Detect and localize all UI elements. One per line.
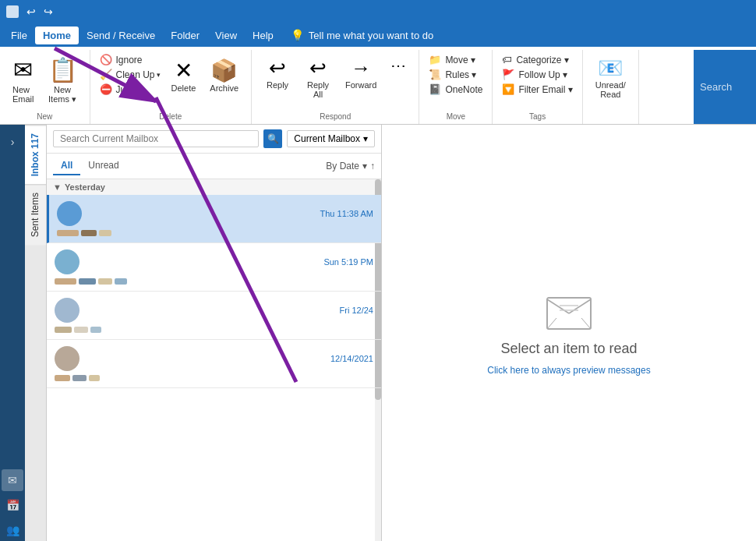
junk-button[interactable]: ⛔ Junk ▾ (97, 83, 164, 96)
sort-controls[interactable]: By Date ▾ ↑ (326, 161, 375, 171)
new-items-button[interactable]: 📋 NewItems ▾ (42, 53, 83, 108)
sort-caret: ▾ (362, 161, 367, 171)
email-item-1-top: Thu 11:38 AM (57, 201, 373, 226)
cleanup-icon: 🧹 (100, 69, 112, 80)
forward-label: Forward (345, 80, 376, 90)
color-bar-3-2 (74, 327, 88, 333)
ribbon-group-delete-content: 🚫 Ignore 🧹 Clean Up ▾ ⛔ Junk ▾ ✕ Delete (95, 50, 247, 111)
follow-up-icon: 🚩 (502, 69, 514, 80)
lightbulb-icon: 💡 (291, 29, 304, 41)
mailbox-dropdown[interactable]: Current Mailbox ▾ (287, 130, 375, 147)
menu-send-receive[interactable]: Send / Receive (79, 27, 163, 44)
email-list-panel: 🔍 Current Mailbox ▾ All Unread By Date ▾… (47, 125, 382, 541)
envelope-icon (546, 296, 592, 331)
filter-tab-unread[interactable]: Unread (80, 157, 126, 175)
rules-button[interactable]: 📜 Rules ▾ (426, 68, 486, 81)
junk-icon: ⛔ (100, 83, 112, 95)
move-icon: 📁 (429, 54, 441, 65)
email-search-button[interactable]: 🔍 (263, 129, 282, 148)
ribbon-group-respond-label: Respond (256, 111, 414, 124)
email-avatar-2 (55, 249, 79, 274)
nav-tab-sent[interactable]: Sent Items (25, 184, 46, 245)
ribbon-group-delete-label: Delete (95, 111, 247, 124)
sort-direction: ↑ (370, 161, 375, 171)
junk-caret: ▾ (137, 86, 141, 94)
mailbox-caret: ▾ (363, 133, 368, 144)
follow-up-label: Follow Up ▾ (518, 69, 567, 80)
nav-tabs-vertical: Inbox 117 Sent Items (25, 125, 47, 541)
menu-folder[interactable]: Folder (163, 27, 207, 44)
menu-view[interactable]: View (207, 27, 245, 44)
ignore-button[interactable]: 🚫 Ignore (97, 53, 164, 66)
ribbon-search-input[interactable] (700, 81, 747, 93)
sidebar-expand-btn[interactable]: › (2, 131, 23, 153)
ribbon-group-tags-content: 🏷 Categorize ▾ 🚩 Follow Up ▾ 🔽 Filter Em… (497, 50, 577, 111)
email-list-scroll[interactable]: ▼ Yesterday Thu 11:38 AM (47, 179, 381, 541)
move-button[interactable]: 📁 Move ▾ (426, 53, 486, 66)
reading-pane: Select an item to read Click here to alw… (382, 125, 756, 541)
reply-all-button[interactable]: ↩ ReplyAll (299, 53, 337, 102)
ignore-icon: 🚫 (100, 54, 112, 65)
delete-button[interactable]: ✕ Delete (165, 53, 203, 96)
new-email-button[interactable]: ✉ NewEmail (6, 53, 41, 107)
undo-btn[interactable]: ↩ (26, 5, 36, 18)
menu-help[interactable]: Help (245, 27, 281, 44)
ignore-label: Ignore (116, 55, 143, 65)
main-layout: › ✉ 📅 👥 Inbox 117 Sent Items 🔍 Current M… (0, 125, 756, 541)
onenote-button[interactable]: 📓 OneNote (426, 83, 486, 96)
email-item-2[interactable]: Sun 5:19 PM (47, 243, 381, 292)
email-item-3-top: Fri 12/24 (55, 298, 373, 323)
more-respond-button[interactable]: ⋯ (384, 53, 412, 78)
cleanup-button[interactable]: 🧹 Clean Up ▾ (97, 68, 164, 81)
ribbon-group-delete: 🚫 Ignore 🧹 Clean Up ▾ ⛔ Junk ▾ ✕ Delete (90, 50, 253, 124)
color-bar-2-1 (55, 278, 76, 285)
ribbon-group-unread: 📧 Unread/Read (583, 50, 639, 124)
ribbon-group-new-content: ✉ NewEmail 📋 NewItems ▾ (5, 50, 85, 111)
reply-button[interactable]: ↩ Reply (258, 53, 297, 93)
tell-me[interactable]: 💡 Tell me what you want to do (291, 29, 433, 41)
new-items-label: NewItems ▾ (48, 85, 76, 104)
archive-icon: 📦 (210, 58, 238, 83)
sidebar-mail-btn[interactable]: ✉ (2, 469, 23, 491)
nav-tab-inbox[interactable]: Inbox 117 (25, 125, 46, 184)
categorize-button[interactable]: 🏷 Categorize ▾ (499, 53, 575, 66)
unread-read-icon: 📧 (598, 56, 623, 80)
reply-label: Reply (267, 80, 288, 90)
reply-all-icon: ↩ (309, 56, 327, 80)
unread-read-button[interactable]: 📧 Unread/Read (589, 53, 632, 102)
email-item-2-top: Sun 5:19 PM (55, 249, 373, 274)
archive-button[interactable]: 📦 Archive (203, 53, 245, 96)
menu-file[interactable]: File (3, 27, 35, 44)
cleanup-caret: ▾ (157, 71, 161, 79)
redo-btn[interactable]: ↪ (44, 5, 53, 18)
sidebar-calendar-btn[interactable]: 📅 (2, 494, 23, 516)
sidebar-icons: › ✉ 📅 👥 (0, 125, 25, 541)
sidebar-people-btn[interactable]: 👥 (2, 519, 23, 541)
email-item-4[interactable]: 12/14/2021 (47, 340, 381, 388)
filter-email-button[interactable]: 🔽 Filter Email ▾ (499, 83, 575, 96)
delete-col-left: 🚫 Ignore 🧹 Clean Up ▾ ⛔ Junk ▾ (97, 53, 164, 96)
email-search-input[interactable] (53, 130, 259, 147)
email-item-1[interactable]: Thu 11:38 AM (47, 195, 381, 243)
svg-line-3 (547, 318, 556, 329)
forward-button[interactable]: → Forward (339, 53, 383, 93)
follow-up-button[interactable]: 🚩 Follow Up ▾ (499, 68, 575, 81)
color-bar-4-3 (89, 375, 100, 381)
email-avatar-3 (55, 298, 79, 323)
color-bar-3-3 (90, 327, 101, 333)
filter-label: Filter Email ▾ (518, 84, 572, 95)
new-items-icon: 📋 (48, 56, 77, 83)
filter-tab-all[interactable]: All (53, 157, 80, 175)
section-collapse-icon[interactable]: ▼ (53, 182, 62, 192)
color-bar-2-4 (115, 278, 127, 285)
move-label: Move ▾ (445, 55, 475, 65)
reading-pane-preview-link[interactable]: Click here to always preview messages (487, 365, 650, 376)
ribbon-group-tags: 🏷 Categorize ▾ 🚩 Follow Up ▾ 🔽 Filter Em… (493, 50, 582, 124)
ribbon: ✉ NewEmail 📋 NewItems ▾ New 🚫 Ignore 🧹 C… (0, 47, 756, 125)
titlebar: ↩ ↪ (0, 0, 756, 23)
email-item-3[interactable]: Fri 12/24 (47, 292, 381, 340)
menu-home[interactable]: Home (35, 27, 79, 44)
email-avatar-1 (57, 201, 82, 226)
ribbon-search-group[interactable] (694, 50, 756, 124)
forward-icon: → (351, 56, 371, 80)
